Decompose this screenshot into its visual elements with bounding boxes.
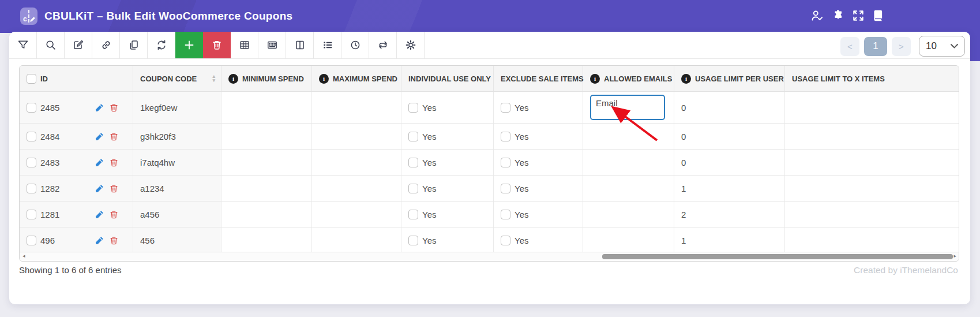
edit-row-icon[interactable] — [95, 132, 104, 141]
cell-allowed-emails[interactable] — [583, 124, 674, 149]
inline-edit-button[interactable] — [258, 32, 286, 58]
edit-row-icon[interactable] — [95, 236, 104, 245]
cell-usage-limit-per-user[interactable]: 0 — [674, 92, 785, 123]
cell-minimum-spend[interactable] — [221, 92, 312, 123]
yes-checkbox[interactable] — [501, 158, 510, 167]
cell-allowed-emails[interactable] — [583, 228, 674, 253]
delete-row-icon[interactable] — [109, 103, 119, 113]
select-all-checkbox[interactable] — [27, 74, 36, 84]
yes-checkbox[interactable] — [501, 184, 510, 193]
cell-usage-limit-to-x-items[interactable] — [785, 202, 959, 227]
yes-checkbox[interactable] — [408, 236, 418, 245]
puzzle-icon[interactable] — [832, 9, 844, 22]
settings-button[interactable] — [397, 32, 425, 58]
edit-row-icon[interactable] — [95, 103, 104, 113]
cell-usage-limit-per-user[interactable]: 2 — [674, 202, 785, 227]
cell-maximum-spend[interactable] — [312, 202, 401, 227]
delete-row-icon[interactable] — [109, 184, 119, 193]
documentation-icon[interactable] — [872, 9, 884, 22]
column-header-coupon-code[interactable]: COUPON CODE ▴▾ — [133, 66, 221, 91]
info-icon[interactable]: i — [590, 74, 600, 84]
sync-button[interactable] — [369, 32, 397, 58]
horizontal-scrollbar: ◂ ▸ — [20, 252, 959, 261]
edit-button[interactable] — [65, 32, 92, 58]
delete-row-icon[interactable] — [109, 158, 119, 167]
cell-minimum-spend[interactable] — [221, 150, 312, 175]
history-button[interactable] — [341, 32, 369, 58]
cell-minimum-spend[interactable] — [221, 202, 312, 227]
cell-usage-limit-to-x-items[interactable] — [785, 124, 959, 149]
cell-usage-limit-per-user[interactable]: 0 — [674, 124, 785, 149]
cell-individual-use: Yes — [401, 150, 494, 175]
cell-individual-use: Yes — [401, 202, 494, 227]
delete-button[interactable] — [203, 32, 231, 58]
cell-usage-limit-per-user[interactable]: 1 — [674, 228, 785, 253]
yes-checkbox[interactable] — [408, 184, 418, 193]
delete-row-icon[interactable] — [109, 236, 119, 245]
list-button[interactable] — [314, 32, 341, 58]
cell-maximum-spend[interactable] — [312, 92, 401, 123]
pagination-next-button[interactable]: > — [892, 37, 911, 56]
cell-usage-limit-to-x-items[interactable] — [785, 92, 959, 123]
scrollbar-thumb[interactable] — [602, 254, 953, 259]
yes-checkbox[interactable] — [501, 210, 510, 219]
duplicate-button[interactable] — [120, 32, 148, 58]
cell-maximum-spend[interactable] — [312, 124, 401, 149]
scroll-left-arrow[interactable]: ◂ — [22, 253, 25, 259]
cell-allowed-emails[interactable] — [583, 176, 674, 201]
yes-checkbox[interactable] — [501, 236, 510, 245]
delete-row-icon[interactable] — [109, 210, 119, 219]
columns-button[interactable] — [286, 32, 314, 58]
link-button[interactable] — [92, 32, 120, 58]
page-size-select[interactable]: 10 — [919, 36, 965, 57]
cell-minimum-spend[interactable] — [221, 124, 312, 149]
cell-usage-limit-to-x-items[interactable] — [785, 176, 959, 201]
row-id: 2485 — [40, 103, 59, 113]
chevron-down-icon — [951, 44, 958, 49]
edit-row-icon[interactable] — [95, 184, 104, 193]
yes-checkbox[interactable] — [501, 132, 510, 141]
cell-allowed-emails[interactable] — [583, 150, 674, 175]
yes-checkbox[interactable] — [408, 210, 418, 219]
row-checkbox[interactable] — [27, 236, 36, 245]
user-check-icon[interactable] — [810, 9, 824, 22]
edit-row-icon[interactable] — [95, 158, 104, 167]
cell-usage-limit-per-user[interactable]: 0 — [674, 150, 785, 175]
refresh-button[interactable] — [148, 32, 175, 58]
cell-maximum-spend[interactable] — [312, 176, 401, 201]
add-new-button[interactable] — [175, 32, 203, 58]
yes-checkbox[interactable] — [408, 158, 418, 167]
cell-minimum-spend[interactable] — [221, 228, 312, 253]
filter-button[interactable] — [9, 32, 37, 58]
allowed-emails-input[interactable]: Email — [590, 95, 665, 120]
info-icon[interactable]: i — [319, 74, 329, 84]
scroll-right-arrow[interactable]: ▸ — [953, 253, 956, 259]
row-checkbox[interactable] — [27, 184, 36, 193]
info-icon[interactable]: i — [681, 74, 691, 84]
cell-minimum-spend[interactable] — [221, 176, 312, 201]
showing-entries-text: Showing 1 to 6 of 6 entries — [19, 265, 122, 275]
cell-id: 2483 — [20, 150, 133, 175]
fullscreen-icon[interactable] — [852, 9, 865, 22]
row-checkbox[interactable] — [27, 103, 36, 113]
row-checkbox[interactable] — [27, 210, 36, 219]
cell-usage-limit-to-x-items[interactable] — [785, 150, 959, 175]
table-view-button[interactable] — [231, 32, 258, 58]
info-icon[interactable]: i — [228, 74, 238, 84]
search-button[interactable] — [37, 32, 65, 58]
cell-allowed-emails[interactable] — [583, 202, 674, 227]
yes-checkbox[interactable] — [408, 132, 418, 141]
cell-maximum-spend[interactable] — [312, 228, 401, 253]
cell-usage-limit-to-x-items[interactable] — [785, 228, 959, 253]
pagination-current-page[interactable]: 1 — [864, 37, 887, 56]
yes-checkbox[interactable] — [501, 103, 510, 113]
delete-row-icon[interactable] — [109, 132, 119, 141]
sort-icon[interactable]: ▴▾ — [212, 74, 215, 83]
pagination-prev-button[interactable]: < — [840, 37, 859, 56]
row-checkbox[interactable] — [27, 158, 36, 167]
cell-maximum-spend[interactable] — [312, 150, 401, 175]
cell-usage-limit-per-user[interactable]: 1 — [674, 176, 785, 201]
row-checkbox[interactable] — [27, 132, 36, 141]
edit-row-icon[interactable] — [95, 210, 104, 219]
yes-checkbox[interactable] — [408, 103, 418, 113]
